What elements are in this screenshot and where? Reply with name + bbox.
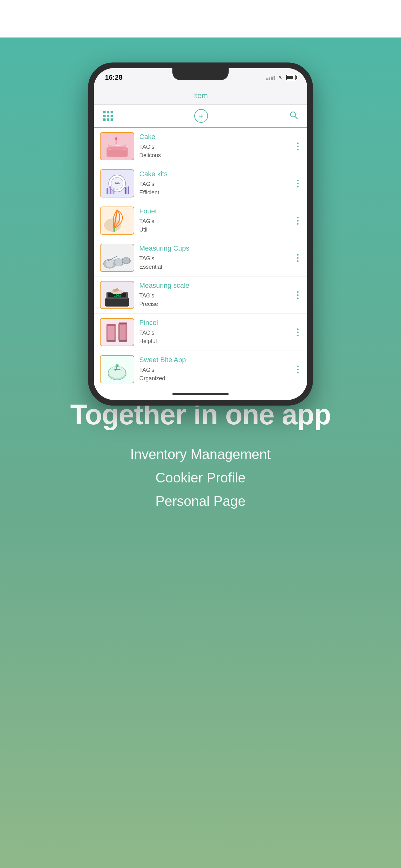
grid-view-icon[interactable] (103, 111, 113, 121)
item-row-cake-kits[interactable]: 106 Cake kits TAG'sEfficient (94, 165, 307, 202)
item-list: cake Cake TAG'sDelicous (94, 128, 307, 388)
menu-dot (297, 369, 299, 370)
svg-rect-17 (128, 187, 129, 194)
battery-icon (286, 75, 296, 80)
svg-point-6 (106, 147, 127, 150)
app-header: Item (94, 87, 307, 105)
item-image-cake-kits: 106 (100, 169, 134, 197)
tagline-sub-2: Cookier Profile (19, 466, 382, 490)
svg-rect-14 (110, 187, 111, 194)
menu-dot (297, 298, 299, 299)
menu-dot (297, 220, 299, 221)
toolbar: + (94, 105, 307, 128)
svg-rect-15 (113, 188, 114, 194)
item-name-measuring-scale: Measuring scale (139, 281, 287, 290)
item-image-sweet-bite (100, 355, 134, 383)
menu-dot (297, 257, 299, 259)
item-tag-measuring-cups: TAG'sEssential (139, 254, 287, 271)
status-time: 16:28 (105, 73, 123, 82)
tagline-sub-1: Inventory Management (19, 443, 382, 466)
signal-icon (266, 75, 275, 80)
add-item-button[interactable]: + (194, 109, 208, 123)
item-tag-cake: TAG'sDelicous (139, 143, 287, 160)
status-bar: 16:28 ∿ (94, 68, 307, 87)
svg-rect-13 (106, 188, 108, 194)
svg-point-49 (116, 365, 118, 367)
app-title: Item (193, 91, 208, 100)
tagline-sub: Inventory Management Cookier Profile Per… (19, 443, 382, 513)
tagline-sub-3: Personal Page (19, 490, 382, 513)
item-menu-button-measuring-scale[interactable] (292, 289, 301, 302)
item-info-measuring-cups: Measuring Cups TAG'sEssential (139, 244, 287, 271)
wifi-icon: ∿ (278, 74, 283, 81)
menu-dot (297, 143, 299, 144)
menu-dot (297, 186, 299, 187)
item-tag-measuring-scale: TAG'sPrecise (139, 291, 287, 308)
item-menu-button-fouet[interactable] (292, 214, 301, 227)
svg-rect-39 (120, 324, 126, 340)
svg-rect-42 (106, 324, 115, 326)
item-name-measuring-cups: Measuring Cups (139, 244, 287, 252)
svg-rect-37 (108, 326, 114, 340)
item-row-sweet-bite[interactable]: Sweet Bite App TAG'sOrganized (94, 351, 307, 388)
status-icons: ∿ (266, 74, 296, 81)
menu-dot (297, 372, 299, 373)
svg-point-8 (115, 137, 118, 140)
menu-dot (297, 149, 299, 150)
menu-dot (297, 183, 299, 184)
item-tag-pincel: TAG'sHelpful (139, 329, 287, 346)
menu-dot (297, 366, 299, 367)
menu-dot (297, 254, 299, 256)
item-name-sweet-bite: Sweet Bite App (139, 356, 287, 364)
svg-line-1 (295, 116, 297, 119)
item-name-cake: Cake (139, 133, 287, 141)
item-info-pincel: Pincel TAG'sHelpful (139, 319, 287, 346)
home-bar (172, 393, 229, 395)
phone-frame: 16:28 ∿ Item (88, 62, 313, 406)
menu-dot (297, 335, 299, 336)
menu-dot (297, 294, 299, 296)
item-tag-sweet-bite: TAG'sOrganized (139, 366, 287, 383)
item-image-fouet (100, 207, 134, 235)
item-tag-cake-kits: TAG'sEfficient (139, 180, 287, 197)
item-info-measuring-scale: Measuring scale TAG'sPrecise (139, 281, 287, 308)
item-row-measuring-cups[interactable]: Measuring Cups TAG'sEssential (94, 239, 307, 277)
item-row-measuring-scale[interactable]: 324g Measuring scale TAG'sPrecise (94, 277, 307, 314)
menu-dot (297, 217, 299, 218)
item-info-cake: Cake TAG'sDelicous (139, 133, 287, 160)
item-image-cake: cake (100, 132, 134, 160)
menu-dot (297, 223, 299, 225)
item-row-pincel[interactable]: Pincel TAG'sHelpful (94, 314, 307, 351)
item-menu-button-cake-kits[interactable] (292, 177, 301, 190)
item-info-fouet: Fouet TAG'sUtil (139, 207, 287, 234)
menu-dot (297, 180, 299, 181)
item-image-pincel (100, 318, 134, 346)
phone-screen: 16:28 ∿ Item (94, 68, 307, 400)
svg-text:106: 106 (114, 182, 120, 185)
svg-point-46 (109, 366, 126, 378)
item-row-fouet[interactable]: Fouet TAG'sUtil (94, 202, 307, 239)
menu-dot (297, 332, 299, 333)
svg-rect-35 (101, 319, 134, 346)
notch (172, 68, 229, 80)
item-row-cake[interactable]: cake Cake TAG'sDelicous (94, 128, 307, 165)
item-name-fouet: Fouet (139, 207, 287, 215)
item-image-measuring-scale: 324g (100, 281, 134, 309)
svg-point-34 (115, 288, 119, 291)
item-name-cake-kits: Cake kits (139, 170, 287, 178)
svg-rect-43 (119, 322, 127, 324)
svg-rect-40 (106, 340, 115, 342)
search-icon[interactable] (289, 111, 298, 122)
menu-dot (297, 329, 299, 330)
item-menu-button-pincel[interactable] (292, 326, 301, 339)
menu-dot (297, 260, 299, 262)
item-image-measuring-cups (100, 244, 134, 272)
menu-dot (297, 146, 299, 147)
item-name-pincel: Pincel (139, 319, 287, 327)
item-tag-fouet: TAG'sUtil (139, 217, 287, 234)
item-menu-button-sweet-bite[interactable] (292, 363, 301, 376)
item-menu-button-cake[interactable] (292, 140, 301, 153)
svg-rect-41 (119, 340, 127, 342)
item-menu-button-measuring-cups[interactable] (292, 251, 301, 264)
svg-rect-22 (113, 227, 115, 232)
